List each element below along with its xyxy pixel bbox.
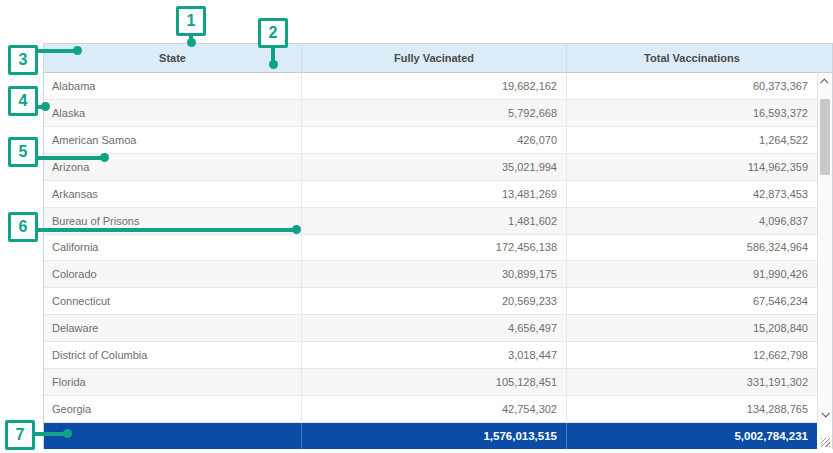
annotation-marker-5-dot [100,153,109,162]
total-vaccinations-cell: 134,288,765 [566,396,817,422]
state-cell: Georgia [44,396,301,422]
table-row[interactable]: Alaska5,792,66816,593,372 [44,100,817,127]
total-vaccinations-cell: 114,962,359 [566,154,817,180]
column-header-total-vaccinations[interactable]: Total Vaccinations [566,44,817,72]
total-vaccinations-cell: 67,546,234 [566,288,817,314]
totals-row-bar: 1,576,013,515 5,002,784,231 [44,423,817,449]
scrollbar-thumb[interactable] [820,99,830,175]
annotation-marker-2-dot [269,60,278,69]
table-header: State Fully Vacinated Total Vaccinations [44,44,832,73]
total-vaccinations-cell: 15,208,840 [566,315,817,341]
table-row[interactable]: Alabama19,682,16260,373,367 [44,73,817,100]
total-vaccinations-cell: 331,191,302 [566,369,817,395]
state-cell: District of Columbia [44,342,301,368]
annotation-marker-4-dot [41,102,50,111]
total-vaccinations-cell: 91,990,426 [566,261,817,287]
table-row[interactable]: Colorado30,899,17591,990,426 [44,261,817,288]
fully-vaccinated-cell: 1,481,602 [301,208,566,234]
annotation-marker-6-dot [292,225,301,234]
table-row[interactable]: Arkansas13,481,26942,873,453 [44,181,817,208]
totals-row-corner [817,423,832,449]
annotation-marker-6-line [36,228,297,232]
fully-vaccinated-cell: 105,128,451 [301,369,566,395]
table-row[interactable]: Connecticut20,569,23367,546,234 [44,288,817,315]
totals-fully-vaccinated: 1,576,013,515 [301,423,566,449]
total-vaccinations-cell: 12,662,798 [566,342,817,368]
annotation-marker-4: 4 [8,86,38,116]
scroll-down-button[interactable] [818,407,832,421]
fully-vaccinated-cell: 13,481,269 [301,181,566,207]
fully-vaccinated-cell: 35,021,994 [301,154,566,180]
vertical-scrollbar[interactable] [817,73,832,423]
annotation-marker-3: 3 [8,45,38,75]
total-vaccinations-cell: 4,096,837 [566,208,817,234]
total-vaccinations-cell: 1,264,522 [566,127,817,153]
fully-vaccinated-cell: 19,682,162 [301,73,566,99]
total-vaccinations-cell: 16,593,372 [566,100,817,126]
total-vaccinations-cell: 586,324,964 [566,235,817,261]
total-vaccinations-cell: 60,373,367 [566,73,817,99]
state-cell: American Samoa [44,127,301,153]
state-cell: Colorado [44,261,301,287]
annotation-marker-2: 2 [258,18,288,48]
annotation-marker-7-dot [63,429,72,438]
state-cell: Alaska [44,100,301,126]
fully-vaccinated-cell: 30,899,175 [301,261,566,287]
annotation-marker-6: 6 [8,212,38,242]
fully-vaccinated-cell: 4,656,497 [301,315,566,341]
annotation-marker-1-dot [187,38,196,47]
fully-vaccinated-cell: 42,754,302 [301,396,566,422]
column-header-state[interactable]: State [44,44,301,72]
state-cell: Connecticut [44,288,301,314]
table-row[interactable]: California172,456,138586,324,964 [44,235,817,262]
state-cell: Alabama [44,73,301,99]
state-cell: Delaware [44,315,301,341]
column-header-fully-vaccinated[interactable]: Fully Vacinated [301,44,566,72]
annotation-marker-5-line [36,156,105,160]
totals-state-cell [44,423,301,449]
chevron-down-icon [821,409,829,417]
state-cell: California [44,235,301,261]
scroll-up-button[interactable] [818,75,832,89]
table-row[interactable]: Georgia42,754,302134,288,765 [44,396,817,423]
annotation-marker-7: 7 [5,420,35,450]
annotation-marker-3-line [36,49,78,53]
totals-row: 1,576,013,515 5,002,784,231 [44,423,832,449]
chevron-up-icon [820,78,828,86]
fully-vaccinated-cell: 426,070 [301,127,566,153]
annotation-marker-1: 1 [176,6,206,36]
table-row[interactable]: Arizona35,021,994114,962,359 [44,154,817,181]
total-vaccinations-cell: 42,873,453 [566,181,817,207]
table-row[interactable]: Delaware4,656,49715,208,840 [44,315,817,342]
annotation-marker-5: 5 [8,137,38,167]
fully-vaccinated-cell: 172,456,138 [301,235,566,261]
table-row[interactable]: Florida105,128,451331,191,302 [44,369,817,396]
fully-vaccinated-cell: 3,018,447 [301,342,566,368]
annotation-marker-3-dot [73,46,82,55]
fully-vaccinated-cell: 5,792,668 [301,100,566,126]
state-cell: Arkansas [44,181,301,207]
table-row[interactable]: American Samoa426,0701,264,522 [44,127,817,154]
table-body: Alabama19,682,16260,373,367Alaska5,792,6… [44,73,817,423]
totals-total-vaccinations: 5,002,784,231 [566,423,817,449]
annotated-table-screenshot: State Fully Vacinated Total Vaccinations… [0,0,833,453]
table-row[interactable]: District of Columbia3,018,44712,662,798 [44,342,817,369]
fully-vaccinated-cell: 20,569,233 [301,288,566,314]
state-cell: Florida [44,369,301,395]
data-table: State Fully Vacinated Total Vaccinations… [43,43,833,449]
resize-grip-icon [821,438,830,447]
